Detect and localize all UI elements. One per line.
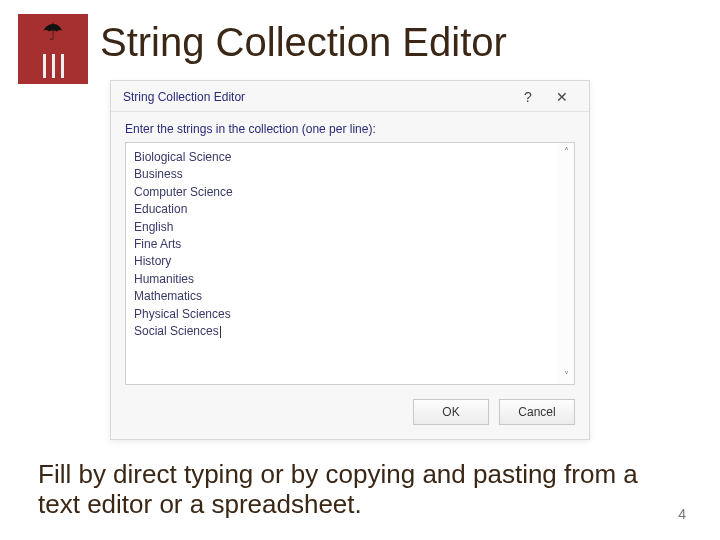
- dialog-button-row: OK Cancel: [111, 385, 589, 439]
- list-item: English: [134, 219, 550, 236]
- scroll-down-icon[interactable]: ˅: [558, 367, 574, 384]
- list-item: Fine Arts: [134, 236, 550, 253]
- list-item: Biological Science: [134, 149, 550, 166]
- list-item: Social Sciences: [134, 323, 550, 340]
- logo-bars: [43, 54, 64, 78]
- dialog-instruction: Enter the strings in the collection (one…: [111, 112, 589, 142]
- cancel-button[interactable]: Cancel: [499, 399, 575, 425]
- slide-caption: Fill by direct typing or by copying and …: [38, 460, 658, 520]
- slide-logo: ☂: [18, 14, 88, 84]
- page-number: 4: [678, 506, 686, 522]
- text-caret: [220, 326, 221, 338]
- list-item: History: [134, 253, 550, 270]
- list-item: Humanities: [134, 271, 550, 288]
- scroll-up-icon[interactable]: ˄: [558, 143, 574, 160]
- list-item: Mathematics: [134, 288, 550, 305]
- list-item: Computer Science: [134, 184, 550, 201]
- list-item: Physical Sciences: [134, 306, 550, 323]
- strings-textarea-content[interactable]: Biological ScienceBusinessComputer Scien…: [126, 143, 558, 384]
- dialog-titlebar: String Collection Editor ? ✕: [111, 81, 589, 112]
- help-button[interactable]: ?: [511, 89, 545, 105]
- dialog-title: String Collection Editor: [123, 90, 511, 104]
- ok-button[interactable]: OK: [413, 399, 489, 425]
- vertical-scrollbar[interactable]: ˄ ˅: [558, 143, 574, 384]
- string-collection-editor-dialog: String Collection Editor ? ✕ Enter the s…: [110, 80, 590, 440]
- strings-textarea[interactable]: Biological ScienceBusinessComputer Scien…: [125, 142, 575, 385]
- list-item: Business: [134, 166, 550, 183]
- page-title: String Collection Editor: [100, 20, 507, 65]
- umbrella-icon: ☂: [42, 20, 64, 44]
- close-button[interactable]: ✕: [545, 89, 579, 105]
- list-item: Education: [134, 201, 550, 218]
